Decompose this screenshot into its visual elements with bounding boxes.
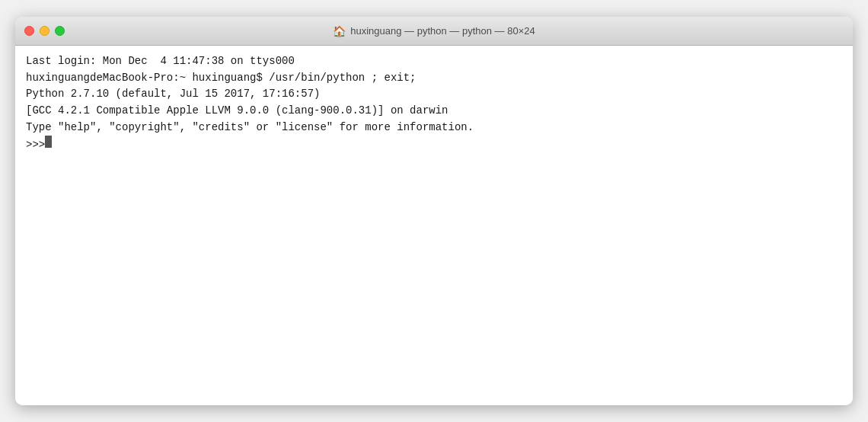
close-button[interactable] [24,26,34,36]
cursor [45,136,52,148]
traffic-lights [24,26,65,36]
terminal-line-4: [GCC 4.2.1 Compatible Apple LLVM 9.0.0 (… [26,103,842,120]
terminal-line-1: Last login: Mon Dec 4 11:47:38 on ttys00… [26,53,842,70]
terminal-body[interactable]: Last login: Mon Dec 4 11:47:38 on ttys00… [15,46,853,405]
terminal-line-3: Python 2.7.10 (default, Jul 15 2017, 17:… [26,86,842,103]
title-bar-text: 🏠 huxinguang — python — python — 80×24 [333,25,535,37]
maximize-button[interactable] [55,26,65,36]
window-title: huxinguang — python — python — 80×24 [350,25,535,37]
title-bar: 🏠 huxinguang — python — python — 80×24 [15,17,853,46]
home-icon: 🏠 [333,25,346,37]
prompt-line[interactable]: >>> [26,136,842,154]
terminal-window: 🏠 huxinguang — python — python — 80×24 L… [15,17,853,405]
terminal-line-2: huxinguangdeMacBook-Pro:~ huxinguang$ /u… [26,70,842,87]
minimize-button[interactable] [40,26,49,36]
terminal-line-5: Type "help", "copyright", "credits" or "… [26,120,842,136]
prompt-symbol: >>> [26,137,45,154]
